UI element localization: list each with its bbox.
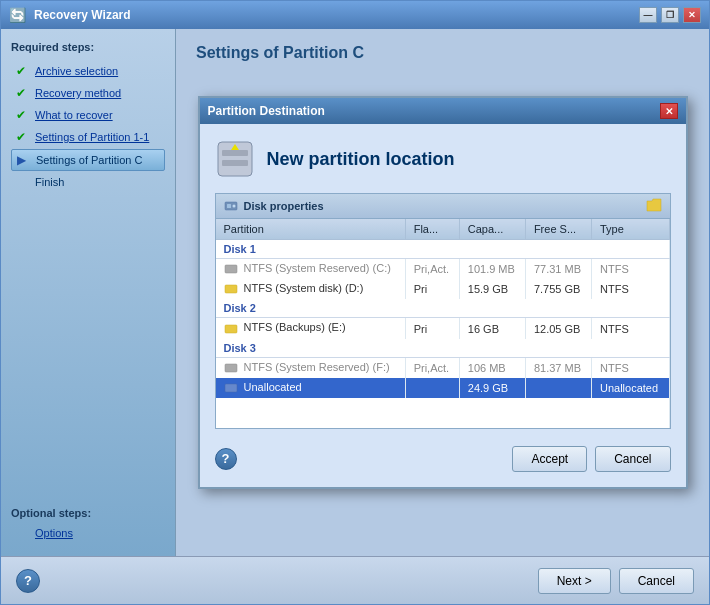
partition-icon-small: [224, 322, 238, 336]
modal-header: New partition location: [215, 139, 671, 179]
what-to-recover-link[interactable]: What to recover: [35, 109, 113, 121]
svg-rect-9: [225, 325, 237, 333]
partition-icon-small: [224, 262, 238, 276]
window-controls: — ❒ ✕: [639, 7, 701, 23]
check-icon-recovery: ✔: [16, 86, 30, 100]
disk1-row: Disk 1: [216, 240, 670, 259]
table-header-row: Partition Fla... Capa... Free S... Type: [216, 219, 670, 240]
modal-close-button[interactable]: ✕: [660, 103, 678, 119]
sidebar-item-recovery-method[interactable]: ✔ Recovery method: [11, 83, 165, 103]
required-steps-label: Required steps:: [11, 41, 165, 53]
partition-name: NTFS (System disk) (D:): [216, 279, 406, 299]
settings-1-1-link[interactable]: Settings of Partition 1-1: [35, 131, 149, 143]
col-flags: Fla...: [405, 219, 459, 240]
check-icon-archive: ✔: [16, 64, 30, 78]
modal-title-bar: Partition Destination ✕: [200, 98, 686, 124]
col-partition: Partition: [216, 219, 406, 240]
close-button[interactable]: ✕: [683, 7, 701, 23]
unallocated-icon-small: [224, 381, 238, 395]
col-type: Type: [592, 219, 670, 240]
main-content: Settings of Partition C Partition Destin…: [176, 29, 709, 556]
disk3-row: Disk 3: [216, 339, 670, 358]
recovery-method-link[interactable]: Recovery method: [35, 87, 121, 99]
sidebar-item-settings-1-1[interactable]: ✔ Settings of Partition 1-1: [11, 127, 165, 147]
main-window: 🔄 Recovery Wizard — ❒ ✕ Required steps: …: [0, 0, 710, 605]
sidebar-item-what-to-recover[interactable]: ✔ What to recover: [11, 105, 165, 125]
optional-steps-label: Optional steps:: [11, 507, 165, 519]
inner-panel-title: Disk properties: [216, 194, 670, 219]
disk2-row: Disk 2: [216, 299, 670, 318]
footer-buttons: Next > Cancel: [538, 568, 694, 594]
accept-button[interactable]: Accept: [512, 446, 587, 472]
arrow-icon-settings-c: ▶: [17, 153, 31, 167]
modal-title: Partition Destination: [208, 104, 325, 118]
sidebar-item-options[interactable]: Options: [11, 524, 165, 542]
svg-rect-5: [227, 204, 231, 208]
svg-rect-2: [222, 160, 248, 166]
modal-footer-buttons: Accept Cancel: [512, 446, 670, 472]
svg-rect-8: [225, 285, 237, 293]
panel-folder-icon: [646, 198, 662, 214]
svg-point-6: [232, 205, 235, 208]
modal-header-title: New partition location: [267, 149, 455, 170]
check-icon-settings-1-1: ✔: [16, 130, 30, 144]
table-row[interactable]: NTFS (System Reserved) (C:) Pri,Act. 101…: [216, 259, 670, 280]
disk-properties-panel: Disk properties Part: [215, 193, 671, 428]
modal-help-button[interactable]: ?: [215, 448, 237, 470]
table-row[interactable]: NTFS (System disk) (D:) Pri 15.9 GB 7.75…: [216, 279, 670, 299]
disk-icon: [224, 199, 238, 213]
partition-icon-small: [224, 361, 238, 375]
window-body: Required steps: ✔ Archive selection ✔ Re…: [1, 29, 709, 556]
partition-icon-small: [224, 282, 238, 296]
partition-name: NTFS (Backups) (E:): [216, 318, 406, 339]
partition-destination-modal: Partition Destination ✕: [198, 96, 688, 488]
settings-c-label: Settings of Partition C: [36, 154, 142, 166]
spacer-icon-options: [16, 527, 30, 539]
col-capacity: Capa...: [459, 219, 525, 240]
sidebar-item-finish[interactable]: Finish: [11, 173, 165, 191]
modal-body: New partition location Disk properties: [200, 124, 686, 486]
partition-name: NTFS (System Reserved) (C:): [216, 259, 406, 280]
partition-icon: [215, 139, 255, 179]
modal-overlay: Partition Destination ✕: [176, 29, 709, 556]
bottom-bar: ? Next > Cancel: [1, 556, 709, 604]
svg-rect-10: [225, 364, 237, 372]
cancel-button[interactable]: Cancel: [619, 568, 694, 594]
optional-section: Optional steps: Options: [11, 507, 165, 544]
table-row[interactable]: NTFS (Backups) (E:) Pri 16 GB 12.05 GB N…: [216, 318, 670, 339]
table-row[interactable]: Unallocated 24.9 GB Unallocated: [216, 378, 670, 398]
empty-row: [216, 398, 670, 428]
spacer-icon-finish: [16, 176, 30, 188]
table-row[interactable]: NTFS (System Reserved) (F:) Pri,Act. 106…: [216, 357, 670, 378]
partition-name: Unallocated: [216, 378, 406, 398]
next-button[interactable]: Next >: [538, 568, 611, 594]
modal-cancel-button[interactable]: Cancel: [595, 446, 670, 472]
options-link[interactable]: Options: [35, 527, 73, 539]
restore-button[interactable]: ❒: [661, 7, 679, 23]
help-button[interactable]: ?: [16, 569, 40, 593]
sidebar-item-settings-c[interactable]: ▶ Settings of Partition C: [11, 149, 165, 171]
finish-label: Finish: [35, 176, 64, 188]
check-icon-what: ✔: [16, 108, 30, 122]
svg-rect-7: [225, 265, 237, 273]
sidebar-item-archive-selection[interactable]: ✔ Archive selection: [11, 61, 165, 81]
title-bar: 🔄 Recovery Wizard — ❒ ✕: [1, 1, 709, 29]
col-free: Free S...: [525, 219, 591, 240]
modal-footer: ? Accept Cancel: [215, 441, 671, 472]
app-icon: 🔄: [9, 7, 26, 23]
partition-name: NTFS (System Reserved) (F:): [216, 357, 406, 378]
window-title: Recovery Wizard: [34, 8, 131, 22]
sidebar: Required steps: ✔ Archive selection ✔ Re…: [1, 29, 176, 556]
minimize-button[interactable]: —: [639, 7, 657, 23]
archive-selection-link[interactable]: Archive selection: [35, 65, 118, 77]
partition-table: Partition Fla... Capa... Free S... Type: [216, 219, 670, 427]
svg-rect-1: [222, 150, 248, 156]
svg-rect-11: [225, 384, 237, 392]
